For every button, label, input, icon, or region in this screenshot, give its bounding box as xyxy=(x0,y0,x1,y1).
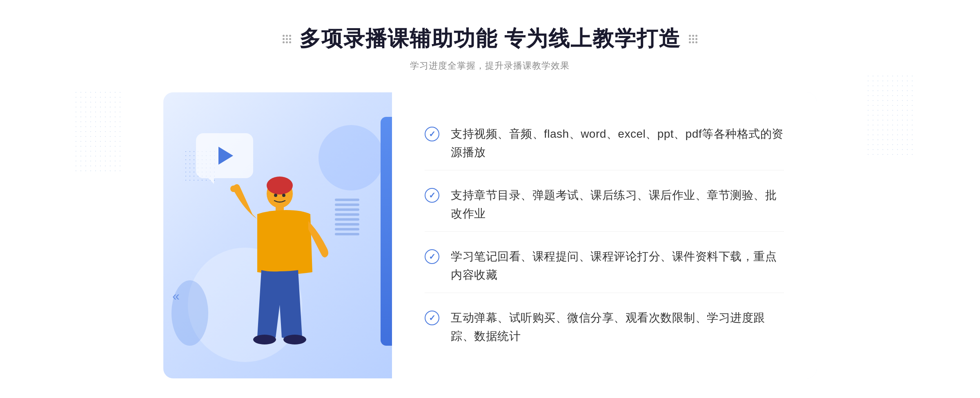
page-container: 多项录播课辅助功能 专为线上教学打造 学习进度全掌握，提升录播课教学效果 xyxy=(0,0,980,398)
svg-point-6 xyxy=(274,194,277,197)
check-icon-4: ✓ xyxy=(425,311,439,325)
feature-text-4: 互动弹幕、试听购买、微信分享、观看次数限制、学习进度跟踪、数据统计 xyxy=(451,309,784,346)
header-section: 多项录播课辅助功能 专为线上教学打造 学习进度全掌握，提升录播课教学效果 xyxy=(283,25,697,72)
svg-point-1 xyxy=(267,177,293,195)
check-icon-3: ✓ xyxy=(425,249,439,264)
content-area: « xyxy=(163,92,817,378)
blue-vertical-bar xyxy=(381,117,392,346)
check-mark-2: ✓ xyxy=(429,191,436,199)
left-decorative-dots xyxy=(283,35,291,43)
feature-text-2: 支持章节目录、弹题考试、课后练习、课后作业、章节测验、批改作业 xyxy=(451,186,784,223)
check-circle-4: ✓ xyxy=(425,311,439,325)
svg-point-7 xyxy=(282,194,285,197)
main-title: 多项录播课辅助功能 专为线上教学打造 xyxy=(299,25,681,53)
svg-point-3 xyxy=(253,335,276,344)
illustration-area: « xyxy=(163,92,392,378)
check-circle-1: ✓ xyxy=(425,127,439,141)
check-circle-2: ✓ xyxy=(425,188,439,203)
check-icon-2: ✓ xyxy=(425,188,439,203)
check-mark-3: ✓ xyxy=(429,253,436,261)
svg-point-5 xyxy=(230,186,237,192)
right-decorative-dots xyxy=(689,35,697,43)
figure-illustration xyxy=(204,166,335,378)
stripes-decoration xyxy=(335,199,359,239)
feature-item-3: ✓ 学习笔记回看、课程提问、课程评论打分、课件资料下载，重点内容收藏 xyxy=(425,239,784,293)
check-mark-1: ✓ xyxy=(429,130,436,138)
sub-title: 学习进度全掌握，提升录播课教学效果 xyxy=(283,60,697,72)
title-row: 多项录播课辅助功能 专为线上教学打造 xyxy=(283,25,697,53)
check-mark-4: ✓ xyxy=(429,314,436,322)
left-arrow-decoration: « xyxy=(172,288,180,304)
feature-item-1: ✓ 支持视频、音频、flash、word、excel、ppt、pdf等各种格式的… xyxy=(425,117,784,170)
feature-text-1: 支持视频、音频、flash、word、excel、ppt、pdf等各种格式的资源… xyxy=(451,125,784,162)
feature-item-2: ✓ 支持章节目录、弹题考试、课后练习、课后作业、章节测验、批改作业 xyxy=(425,178,784,232)
feature-text-3: 学习笔记回看、课程提问、课程评论打分、课件资料下载，重点内容收藏 xyxy=(451,248,784,284)
play-icon xyxy=(218,147,233,165)
bg-dots-right xyxy=(866,74,915,155)
feature-item-4: ✓ 互动弹幕、试听购买、微信分享、观看次数限制、学习进度跟踪、数据统计 xyxy=(425,301,784,354)
svg-point-4 xyxy=(283,335,306,344)
features-area: ✓ 支持视频、音频、flash、word、excel、ppt、pdf等各种格式的… xyxy=(392,92,817,378)
check-circle-3: ✓ xyxy=(425,249,439,264)
bg-dots-left xyxy=(74,90,122,172)
check-icon-1: ✓ xyxy=(425,127,439,141)
